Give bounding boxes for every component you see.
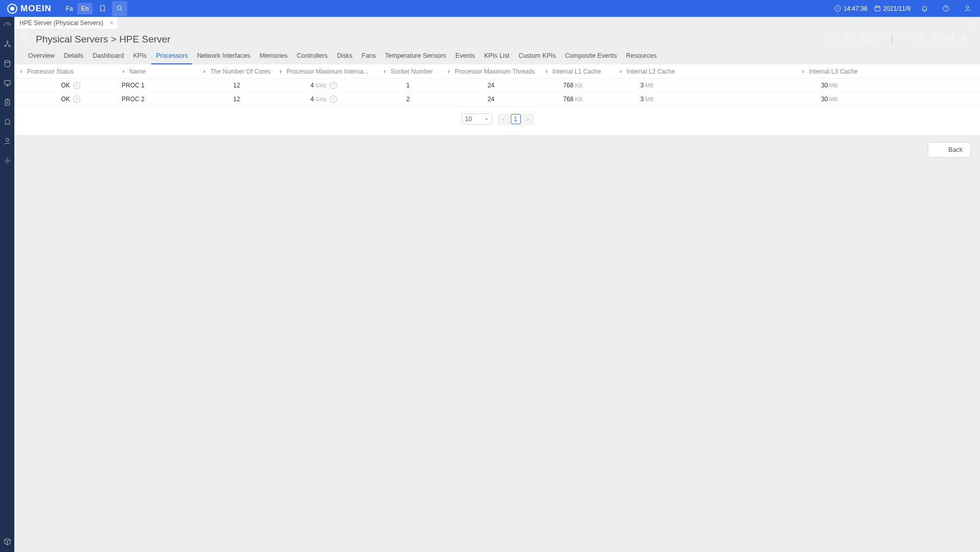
sidebar-item-alerts[interactable] <box>0 116 14 127</box>
search-icon <box>116 5 124 12</box>
svg-point-15 <box>24 38 27 41</box>
sidebar-item-inventory[interactable] <box>0 58 14 69</box>
close-square-icon <box>971 19 978 27</box>
history-icon[interactable]: ↺ <box>73 82 80 89</box>
close-all-tabs-button[interactable] <box>969 17 980 29</box>
close-tab-button[interactable]: × <box>109 19 113 27</box>
pager: 10▼ ‹ 1 › <box>14 106 980 135</box>
sidebar-item-monitoring[interactable] <box>0 77 14 88</box>
subtab-controllers[interactable]: Controllers <box>292 48 332 64</box>
help-button[interactable] <box>938 1 953 16</box>
subtab-kpis-list[interactable]: KPIs List <box>480 48 514 64</box>
cell-cores: 12 <box>196 96 278 103</box>
content: Physical Servers > HPE Server OverviewDe… <box>14 29 980 552</box>
subtab-resources[interactable]: Resources <box>622 48 662 64</box>
action-alert[interactable] <box>930 34 940 44</box>
action-clear[interactable] <box>859 34 869 44</box>
svg-rect-10 <box>4 80 10 84</box>
subtab-memories[interactable]: Memories <box>255 48 292 64</box>
col-socket[interactable]: ▲▼Socket Number <box>370 68 446 75</box>
refresh-arc-icon <box>828 34 838 44</box>
col-l3[interactable]: ▲▼Internal L3 Cache <box>684 68 975 75</box>
lang-fa[interactable]: Fa <box>62 3 77 14</box>
subtab-network-interfaces[interactable]: Network Interfaces <box>192 48 255 64</box>
watch-icon <box>19 34 31 44</box>
sidebar-item-topology[interactable] <box>0 38 14 50</box>
col-cores[interactable]: ▲▼The Number Of Cores <box>196 68 278 75</box>
page-size-select[interactable]: 10▼ <box>462 113 492 125</box>
svg-rect-2 <box>875 6 880 11</box>
monitor-icon <box>3 79 12 87</box>
clock-icon <box>834 5 841 12</box>
col-l1[interactable]: ▲▼Internal L1 Cache <box>536 68 610 75</box>
bell-icon <box>921 5 928 12</box>
action-swap[interactable] <box>844 34 854 44</box>
sort-arrows-icon <box>844 34 854 44</box>
search-button[interactable] <box>112 1 127 16</box>
col-l2[interactable]: ▲▼Internal L2 Cache <box>610 68 684 75</box>
sidebar-item-users[interactable] <box>0 135 14 147</box>
arrow-left-icon <box>899 34 909 44</box>
action-back[interactable] <box>899 34 909 44</box>
cell-freq: 4GHz↺ <box>278 82 370 89</box>
col-name[interactable]: ▲▼Name <box>122 68 196 75</box>
table-header: ▲▼Processor Status ▲▼Name ▲▼The Number O… <box>14 64 980 79</box>
page-tab-label: HPE Server (Physical Servers) <box>19 19 103 27</box>
col-threads[interactable]: ▲▼Processor Maximum Threads <box>446 68 536 75</box>
cell-status: OK↺ <box>19 82 122 89</box>
back-button[interactable]: Back <box>928 142 971 157</box>
subtab-processors[interactable]: Processors <box>151 48 193 64</box>
calendar-icon <box>874 5 881 12</box>
action-reload[interactable] <box>915 34 925 44</box>
bookmark-icon <box>99 5 106 12</box>
subtab-events[interactable]: Events <box>451 48 480 64</box>
sidebar-item-package[interactable] <box>0 536 14 547</box>
table-row[interactable]: OK↺PROC 1124GHz↺124768KB3MB30MB <box>14 79 980 93</box>
subtab-composite-events[interactable]: Composite Events <box>560 48 621 64</box>
cell-l3: 30MB <box>684 96 975 103</box>
pager-current[interactable]: 1 <box>511 114 521 124</box>
table-row[interactable]: OK↺PROC 2124GHz↺224768KB3MB30MB <box>14 93 980 106</box>
page-tab[interactable]: HPE Server (Physical Servers) × <box>14 17 118 29</box>
pager-prev[interactable]: ‹ <box>498 114 509 124</box>
notifications-button[interactable] <box>917 1 932 16</box>
bell-icon <box>3 118 12 126</box>
sidebar-item-dashboard[interactable] <box>0 19 14 30</box>
pager-next[interactable]: › <box>523 114 533 124</box>
footer: Back <box>14 135 980 165</box>
search-icon <box>874 34 884 44</box>
history-icon[interactable]: ↺ <box>73 96 80 103</box>
col-freq[interactable]: ▲▼Processor Maximum Interna... <box>278 68 370 75</box>
subtab-fans[interactable]: Fans <box>357 48 381 64</box>
lang-en[interactable]: En <box>77 3 93 14</box>
sidebar-item-settings[interactable] <box>0 155 14 166</box>
history-icon[interactable]: ↺ <box>330 82 337 89</box>
cell-status: OK↺ <box>19 96 122 103</box>
subtab-disks[interactable]: Disks <box>332 48 357 64</box>
subtab-kpis[interactable]: KPIs <box>128 48 151 64</box>
cell-freq: 4GHz↺ <box>278 96 370 103</box>
user-menu-button[interactable] <box>960 1 975 16</box>
logo-icon <box>7 4 17 14</box>
user-icon <box>3 137 12 146</box>
divider <box>892 34 892 44</box>
breadcrumb: Physical Servers > HPE Server <box>36 34 170 45</box>
bookmark-button[interactable] <box>95 1 110 16</box>
header-actions <box>828 34 971 44</box>
subtab-custom-kpis[interactable]: Custom KPIs <box>514 48 560 64</box>
action-export[interactable] <box>945 34 955 44</box>
action-refresh[interactable] <box>828 34 838 44</box>
svg-point-6 <box>7 41 8 42</box>
subtab-overview[interactable]: Overview <box>24 48 59 64</box>
help-icon <box>942 5 950 12</box>
topbar: MOEIN Fa En 14:47:36 2021/11/9 <box>0 0 980 17</box>
subtab-temperature-sensors[interactable]: Temperature Sensors <box>380 48 451 64</box>
action-chart[interactable] <box>961 34 971 44</box>
action-search[interactable] <box>874 34 884 44</box>
subtab-dashboard[interactable]: Dashboard <box>88 48 128 64</box>
history-icon[interactable]: ↺ <box>330 96 337 103</box>
col-status[interactable]: ▲▼Processor Status <box>19 68 122 75</box>
sidebar-item-reports[interactable] <box>0 97 14 108</box>
subtab-details[interactable]: Details <box>59 48 88 64</box>
box-icon <box>3 537 12 546</box>
